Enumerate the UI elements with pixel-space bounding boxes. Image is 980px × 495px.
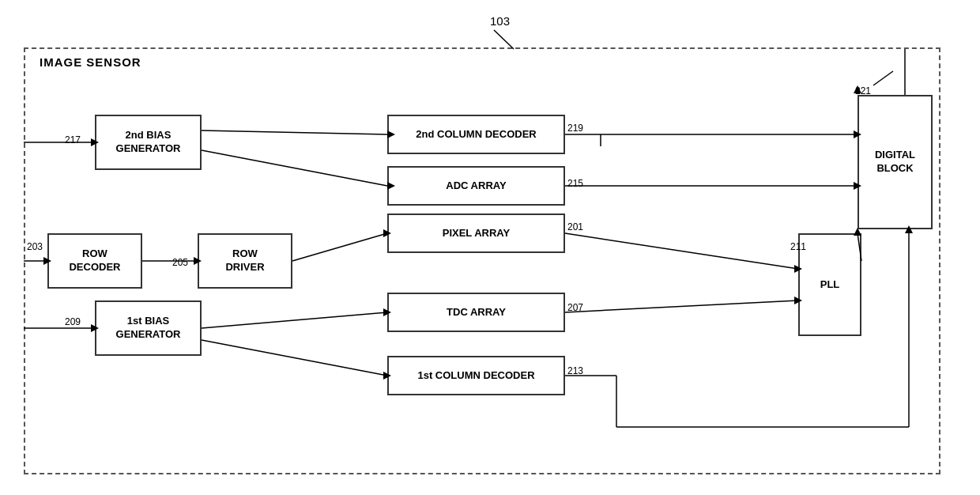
block-row-driver: ROW DRIVER [198, 233, 292, 289]
ref-103-label: 103 [490, 14, 510, 28]
block-1st-column-decoder: 1st COLUMN DECODER [387, 356, 565, 395]
ref-203: 203 [27, 241, 43, 252]
diagram-container: 103 IMAGE SENSOR 2nd BIAS GENERATOR 2nd … [0, 0, 980, 495]
block-row-decoder: ROW DECODER [47, 233, 142, 289]
ref-209: 209 [65, 316, 81, 327]
ref-217: 217 [65, 134, 81, 145]
ref-201: 201 [567, 221, 583, 232]
image-sensor-label: IMAGE SENSOR [40, 55, 141, 69]
block-tdc-array: TDC ARRAY [387, 293, 565, 332]
ref-207: 207 [567, 302, 583, 313]
block-2nd-column-decoder: 2nd COLUMN DECODER [387, 115, 565, 154]
block-pll: PLL [798, 233, 861, 336]
ref-221: 221 [855, 85, 871, 96]
ref-213: 213 [567, 365, 583, 376]
block-digital-block: DIGITAL BLOCK [858, 95, 933, 229]
svg-line-0 [494, 30, 514, 49]
block-2nd-bias-generator: 2nd BIAS GENERATOR [95, 115, 202, 170]
ref-205: 205 [172, 257, 188, 268]
block-1st-bias-generator: 1st BIAS GENERATOR [95, 300, 202, 356]
ref-215: 215 [567, 178, 583, 189]
ref-211: 211 [790, 241, 806, 252]
ref-219: 219 [567, 123, 583, 134]
block-adc-array: ADC ARRAY [387, 166, 565, 206]
block-pixel-array: PIXEL ARRAY [387, 213, 565, 253]
